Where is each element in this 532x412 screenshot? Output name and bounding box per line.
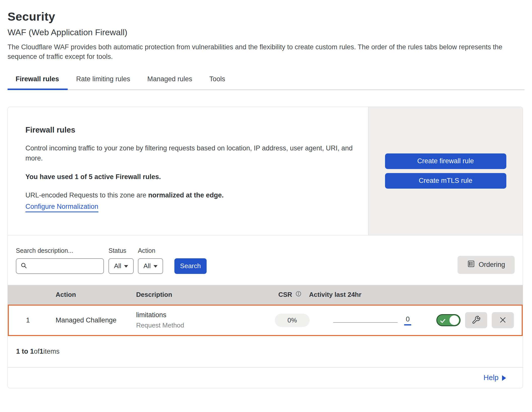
status-filter-group: Status All (108, 247, 134, 274)
header-csr: CSR (271, 291, 309, 299)
firewall-rules-card: Firewall rules Control incoming traffic … (8, 107, 523, 388)
rule-activity-cell: 0 (308, 315, 419, 325)
toggle-knob (449, 315, 459, 325)
ordering-list-icon (467, 260, 475, 270)
action-label: Action (138, 247, 163, 254)
tab-managed-rules[interactable]: Managed rules (139, 74, 201, 90)
page-title: Security (8, 10, 524, 23)
normalization-note: URL-encoded Requests to this zone are no… (25, 191, 358, 199)
action-filter-group: Action All (138, 247, 163, 274)
help-link[interactable]: Help (483, 374, 499, 382)
summary-of: of (34, 348, 40, 355)
close-icon (499, 316, 507, 325)
tab-label: Tools (209, 75, 225, 83)
activity-count-link[interactable]: 0 (404, 315, 411, 325)
edit-rule-button[interactable] (465, 312, 487, 328)
header-activity: Activity last 24hr (309, 291, 420, 299)
rule-priority: 1 (9, 316, 47, 324)
csr-badge: 0% (275, 314, 310, 327)
search-icon (20, 262, 27, 270)
security-waf-page: Security WAF (Web Application Firewall) … (0, 0, 532, 412)
tab-label: Managed rules (147, 75, 192, 83)
summary-total: 1 (40, 348, 43, 355)
rule-expression: Request Method (136, 321, 270, 329)
activity-sparkline (333, 322, 398, 323)
rule-action: Managed Challenge (47, 316, 128, 324)
search-button[interactable]: Search (174, 258, 207, 274)
search-label: Search description... (16, 247, 104, 254)
create-firewall-rule-button[interactable]: Create firewall rule (385, 153, 506, 169)
rule-enabled-toggle[interactable] (436, 314, 461, 326)
status-label: Status (108, 247, 134, 254)
check-icon (440, 318, 446, 324)
status-selected-value: All (114, 262, 121, 270)
header-description: Description (129, 291, 271, 299)
table-header-row: Action Description CSR Activity last 24h… (8, 285, 523, 305)
tab-label: Firewall rules (16, 75, 59, 83)
rule-controls (419, 312, 522, 328)
rule-description: limitations (136, 311, 270, 319)
ordering-button[interactable]: Ordering (458, 256, 515, 274)
table-row: 1 Managed Challenge limitations Request … (8, 305, 523, 336)
summary-items: items (43, 348, 60, 355)
chevron-down-icon (154, 265, 158, 268)
filter-toolbar: Search description... Status All (8, 235, 523, 285)
delete-rule-button[interactable] (492, 312, 514, 328)
tab-firewall-rules[interactable]: Firewall rules (8, 74, 68, 90)
firewall-rules-info: Firewall rules Control incoming traffic … (8, 107, 368, 235)
normalization-text: URL-encoded Requests to this zone are (25, 191, 148, 199)
info-icon[interactable] (295, 291, 302, 299)
configure-normalization-link[interactable]: Configure Normalization (25, 203, 98, 212)
header-action: Action (48, 291, 129, 299)
normalization-bold-text: normalized at the edge. (148, 191, 224, 199)
tab-label: Rate limiting rules (76, 75, 130, 83)
ordering-label: Ordering (479, 261, 505, 269)
rule-description-cell: limitations Request Method (128, 311, 270, 329)
summary-range: 1 to 1 (16, 348, 34, 355)
header-csr-label: CSR (278, 291, 292, 299)
tab-tools[interactable]: Tools (201, 74, 234, 90)
section-description: Control incoming traffic to your zone by… (25, 143, 358, 163)
chevron-down-icon (124, 265, 128, 268)
status-select[interactable]: All (108, 258, 134, 274)
pagination-summary: 1 to 1 of 1 items (8, 336, 523, 367)
wrench-icon (472, 315, 481, 325)
section-heading: Firewall rules (25, 126, 358, 135)
usage-note: You have used 1 of 5 active Firewall rul… (25, 173, 358, 181)
actions-panel: Create firewall rule Create mTLS rule (368, 107, 523, 235)
action-selected-value: All (143, 262, 151, 270)
action-select[interactable]: All (138, 258, 163, 274)
rule-csr-cell: 0% (270, 314, 308, 327)
page-description: The Cloudflare WAF provides both automat… (8, 42, 524, 62)
card-top-section: Firewall rules Control incoming traffic … (8, 107, 523, 235)
search-group: Search description... (16, 247, 104, 274)
tab-rate-limiting-rules[interactable]: Rate limiting rules (68, 74, 139, 90)
tab-bar: Firewall rules Rate limiting rules Manag… (8, 74, 524, 90)
help-arrow-icon (502, 375, 506, 381)
create-mtls-rule-button[interactable]: Create mTLS rule (385, 173, 506, 189)
page-subtitle: WAF (Web Application Firewall) (8, 27, 524, 37)
card-footer: Help (8, 367, 523, 388)
search-input[interactable] (16, 258, 104, 274)
